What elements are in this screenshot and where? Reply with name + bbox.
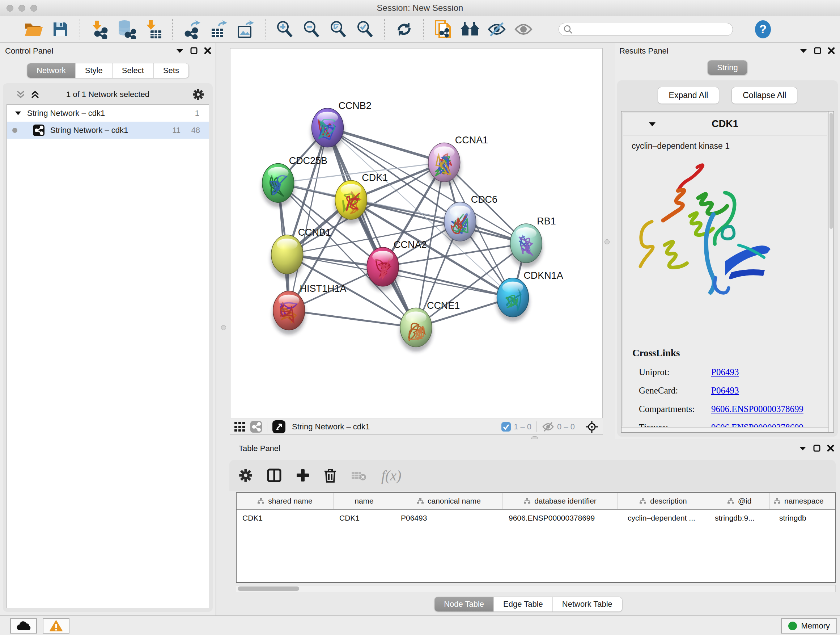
node-table[interactable]: shared name name canonical name database… [236, 492, 836, 583]
network-node-ccnb2[interactable]: CCNB2 [311, 100, 371, 152]
hierarchy-icon [727, 498, 734, 504]
panel-maximize-icon[interactable] [190, 47, 197, 54]
warnings-button[interactable] [43, 618, 69, 633]
tab-select[interactable]: Select [112, 63, 153, 78]
left-splitter-handle[interactable] [221, 325, 226, 330]
zoom-out-button[interactable] [300, 18, 323, 41]
export-network-button[interactable] [181, 18, 203, 41]
import-network-file-button[interactable] [88, 18, 111, 41]
string-results-body: Expand All Collapse All CDK1 cyclin–depe… [617, 80, 838, 437]
save-session-button[interactable] [49, 18, 72, 41]
show-all-button[interactable] [512, 18, 535, 41]
column-header-namespace[interactable]: namespace [770, 493, 835, 509]
tab-network-table[interactable]: Network Table [553, 597, 622, 611]
column-header-database-identifier[interactable]: database identifier [503, 493, 617, 509]
birds-eye-view-icon[interactable] [272, 420, 286, 433]
eye-icon [514, 21, 533, 37]
toolbar-separator [80, 19, 80, 40]
tab-network[interactable]: Network [27, 63, 75, 78]
table-tabs: Node Table Edge Table Network Table [434, 597, 622, 612]
tab-string[interactable]: String [707, 60, 747, 75]
refresh-layout-button[interactable] [393, 18, 415, 41]
column-header-canonical-name[interactable]: canonical name [395, 493, 503, 509]
export-table-button[interactable] [208, 18, 230, 41]
network-node-ccna1[interactable]: CCNA1 [428, 135, 488, 187]
column-header-name[interactable]: name [333, 493, 395, 509]
titlebar: Session: New Session [0, 0, 840, 16]
help-button[interactable]: ? [752, 18, 774, 41]
collapse-all-button[interactable]: Collapse All [731, 87, 797, 104]
network-type-icon [33, 125, 44, 136]
add-column-icon[interactable] [296, 469, 309, 482]
crosslink-uniprot-link[interactable]: P06493 [711, 367, 739, 377]
network-view-title: String Network – cdk1 [292, 422, 370, 432]
card-vertical-scrollbar[interactable] [829, 111, 834, 432]
crosslink-genecard-link[interactable]: P06493 [711, 386, 739, 396]
panel-maximize-icon[interactable] [814, 47, 821, 54]
houses-icon [460, 21, 480, 38]
network-node-rb1[interactable]: RB1 [509, 216, 556, 268]
network-node-hist1h1a[interactable]: HIST1H1A [272, 283, 347, 335]
network-view[interactable]: CCNB2CCNA1CDC25BCDK1CDC6RB1CCNB1CCNA2CDK… [230, 48, 603, 418]
open-session-button[interactable] [22, 18, 45, 41]
delete-column-icon[interactable] [324, 468, 336, 483]
app-window: Session: New Session [0, 0, 840, 635]
export-table-icon [210, 20, 228, 39]
import-table-file-button[interactable] [142, 18, 164, 41]
search-input[interactable] [573, 25, 725, 34]
cloud-status-button[interactable] [10, 618, 37, 633]
panel-float-icon[interactable] [799, 48, 807, 53]
column-header-description[interactable]: description [617, 493, 709, 509]
network-node-cdkn1a[interactable]: CDKN1A [496, 270, 563, 322]
column-header-shared-name[interactable]: shared name [237, 493, 333, 509]
node-label-ccnb1: CCNB1 [298, 227, 331, 238]
network-options-gear-icon[interactable] [193, 89, 204, 100]
main-toolbar: ? [0, 16, 840, 43]
panel-close-icon[interactable] [827, 445, 834, 452]
zoom-in-button[interactable] [273, 18, 296, 41]
import-network-database-button[interactable] [115, 18, 137, 41]
crosslink-compartments-link[interactable]: 9606.ENSP00000378699 [711, 404, 804, 414]
network-node-cdc6[interactable]: CDC6 [444, 194, 497, 246]
tab-node-table[interactable]: Node Table [434, 597, 493, 611]
grid-view-icon[interactable] [234, 422, 245, 432]
zoom-selected-button[interactable] [354, 18, 376, 41]
network-collection-row[interactable]: String Network – cdk1 1 [7, 105, 209, 122]
panel-float-icon[interactable] [176, 48, 184, 53]
tab-style[interactable]: Style [75, 63, 112, 78]
table-options-gear-icon[interactable] [239, 469, 253, 482]
column-header-id[interactable]: @id [709, 493, 770, 509]
panel-close-icon[interactable] [204, 47, 211, 54]
panel-close-icon[interactable] [828, 47, 835, 54]
panel-float-icon[interactable] [799, 446, 807, 451]
clone-network-button[interactable] [432, 18, 454, 41]
hide-selected-button[interactable] [485, 18, 508, 41]
zoom-out-icon [302, 20, 321, 38]
memory-button[interactable]: Memory [781, 618, 837, 633]
show-columns-icon[interactable] [267, 469, 281, 482]
panel-maximize-icon[interactable] [813, 445, 821, 452]
card-horizontal-scrollbar[interactable] [622, 427, 829, 432]
network-node-ccne1[interactable]: CCNE1 [399, 300, 460, 352]
table-horizontal-scrollbar[interactable] [236, 585, 836, 592]
search-field[interactable] [559, 23, 733, 36]
tab-sets[interactable]: Sets [153, 63, 188, 78]
hidden-eye-slash-icon[interactable] [542, 422, 554, 432]
tab-edge-table[interactable]: Edge Table [493, 597, 553, 611]
first-neighbors-button[interactable] [459, 18, 481, 41]
expand-all-button[interactable]: Expand All [658, 87, 720, 104]
node-label-ccnb2: CCNB2 [338, 100, 371, 111]
current-network-dot [12, 127, 18, 133]
network-label: String Network – cdk1 [50, 126, 128, 135]
collection-expander-icon[interactable] [15, 111, 21, 116]
network-thumbnail-icon[interactable] [250, 421, 262, 432]
right-splitter-handle[interactable] [605, 239, 609, 244]
gene-card-expander-icon[interactable] [648, 122, 656, 127]
network-list: String Network – cdk1 1 String Network –… [6, 104, 209, 608]
pan-target-icon[interactable] [585, 420, 598, 433]
table-row[interactable]: CDK1 CDK1 P06493 9606.ENSP00000378699 cy… [237, 510, 835, 526]
selected-checkbox-icon[interactable] [501, 422, 511, 432]
zoom-fit-button[interactable] [327, 18, 349, 41]
network-row-selected[interactable]: String Network – cdk1 11 48 [7, 122, 209, 139]
export-image-button[interactable] [234, 18, 257, 41]
